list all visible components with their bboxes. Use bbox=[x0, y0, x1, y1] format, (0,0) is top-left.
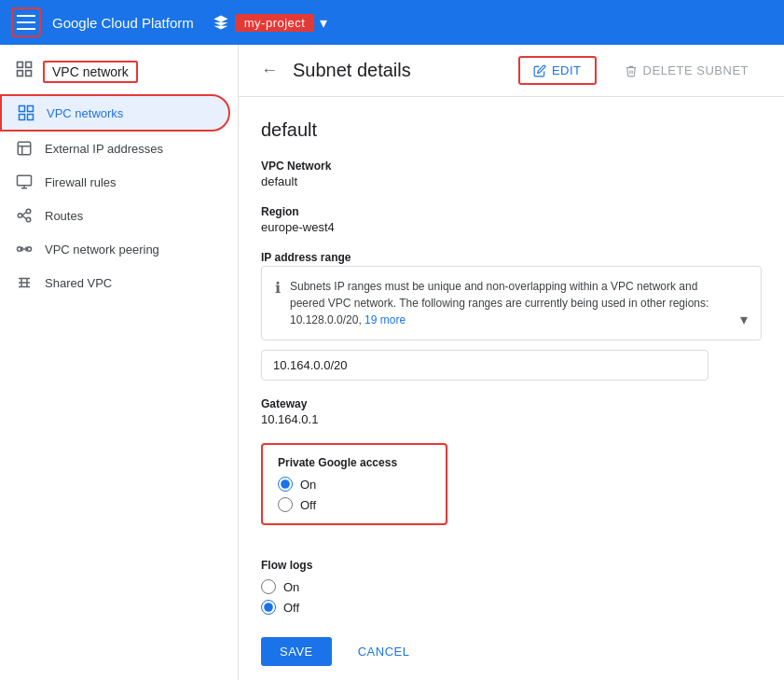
sidebar-item-routes[interactable]: Routes bbox=[0, 199, 230, 232]
edit-label: EDIT bbox=[552, 63, 582, 77]
svg-point-16 bbox=[26, 217, 31, 222]
region-label: Region bbox=[261, 205, 762, 218]
vpc-peering-icon bbox=[15, 240, 34, 258]
content-header: ← Subnet details EDIT DELETE SUBNET bbox=[239, 45, 784, 97]
project-selector[interactable]: my-project ▾ bbox=[213, 14, 328, 32]
info-icon: ℹ bbox=[275, 279, 281, 297]
ip-range-label: IP address range bbox=[261, 251, 762, 264]
content-body: default VPC Network default Region europ… bbox=[239, 97, 784, 680]
pga-radio-group: On Off bbox=[278, 477, 431, 512]
vpc-peering-label: VPC network peering bbox=[45, 243, 159, 257]
pga-off-radio[interactable] bbox=[278, 497, 293, 512]
field-region: Region europe-west4 bbox=[261, 205, 762, 234]
flow-logs-off-label: Off bbox=[283, 601, 299, 615]
gateway-label: Gateway bbox=[261, 397, 762, 410]
back-button[interactable]: ← bbox=[261, 61, 278, 80]
svg-line-18 bbox=[22, 215, 27, 219]
sidebar-item-vpc-networks[interactable]: VPC networks bbox=[0, 94, 230, 132]
vpc-network-label: VPC Network bbox=[261, 160, 762, 173]
svg-rect-4 bbox=[20, 106, 25, 112]
save-button[interactable]: Save bbox=[261, 637, 332, 666]
flow-logs-on-label: On bbox=[283, 580, 299, 594]
vpc-network-header-icon bbox=[15, 60, 34, 83]
top-bar: Google Cloud Platform my-project ▾ bbox=[0, 0, 784, 45]
flow-logs-on-option[interactable]: On bbox=[261, 579, 762, 594]
external-ip-icon bbox=[15, 139, 34, 158]
svg-rect-1 bbox=[26, 62, 32, 68]
app-logo: Google Cloud Platform bbox=[52, 15, 194, 31]
firewall-label: Firewall rules bbox=[45, 175, 117, 189]
pga-on-option[interactable]: On bbox=[278, 477, 431, 492]
field-ip-range: IP address range ℹ Subnets IP ranges mus… bbox=[261, 251, 762, 381]
svg-point-14 bbox=[18, 214, 22, 218]
flow-logs-on-radio[interactable] bbox=[261, 579, 276, 594]
routes-label: Routes bbox=[45, 209, 83, 223]
delete-icon bbox=[625, 64, 638, 77]
pga-off-label: Off bbox=[300, 498, 316, 512]
field-vpc-network: VPC Network default bbox=[261, 160, 762, 188]
region-value: europe-west4 bbox=[261, 220, 762, 234]
svg-rect-5 bbox=[28, 106, 34, 112]
edit-icon bbox=[533, 64, 546, 77]
delete-subnet-button[interactable]: DELETE SUBNET bbox=[612, 58, 762, 83]
sidebar-item-external-ip[interactable]: External IP addresses bbox=[0, 132, 230, 165]
ip-range-info-text: Subnets IP ranges must be unique and non… bbox=[290, 278, 731, 328]
ip-range-input[interactable] bbox=[261, 350, 708, 381]
svg-rect-6 bbox=[20, 115, 25, 120]
cancel-button[interactable]: Cancel bbox=[343, 637, 425, 666]
flow-logs-radio-group: On Off bbox=[261, 579, 762, 615]
sidebar-header: VPC network bbox=[0, 52, 238, 94]
flow-logs-title: Flow logs bbox=[261, 559, 762, 572]
shared-vpc-label: Shared VPC bbox=[45, 276, 112, 290]
content-area: ← Subnet details EDIT DELETE SUBNET defa… bbox=[239, 45, 784, 680]
external-ip-label: External IP addresses bbox=[45, 142, 163, 156]
ip-range-more-link[interactable]: 19 more bbox=[364, 313, 406, 326]
info-chevron-icon[interactable]: ▾ bbox=[740, 311, 748, 328]
sidebar-title: VPC network bbox=[43, 61, 138, 83]
delete-label: DELETE SUBNET bbox=[643, 63, 749, 77]
svg-rect-3 bbox=[26, 71, 32, 76]
sidebar: VPC network VPC networks External IP add… bbox=[0, 45, 239, 680]
sidebar-item-firewall[interactable]: Firewall rules bbox=[0, 165, 230, 199]
svg-line-17 bbox=[22, 212, 27, 215]
pga-on-label: On bbox=[300, 478, 316, 492]
svg-rect-11 bbox=[18, 175, 32, 186]
svg-rect-7 bbox=[28, 115, 34, 120]
firewall-icon bbox=[15, 173, 34, 191]
project-icon bbox=[213, 14, 229, 31]
ip-range-info-box: ℹ Subnets IP ranges must be unique and n… bbox=[261, 266, 762, 340]
pga-on-radio[interactable] bbox=[278, 477, 293, 492]
flow-logs-off-radio[interactable] bbox=[261, 600, 276, 615]
pga-off-option[interactable]: Off bbox=[278, 497, 431, 512]
gateway-value: 10.164.0.1 bbox=[261, 412, 762, 426]
field-flow-logs: Flow logs On Off bbox=[261, 559, 762, 615]
menu-button[interactable] bbox=[11, 7, 41, 37]
vpc-network-value: default bbox=[261, 174, 762, 188]
pga-title: Private Google access bbox=[278, 456, 431, 469]
pga-box: Private Google access On Off bbox=[261, 443, 447, 525]
svg-rect-8 bbox=[18, 142, 31, 155]
action-buttons: Save Cancel bbox=[261, 637, 762, 666]
edit-button[interactable]: EDIT bbox=[518, 56, 597, 85]
page-title: Subnet details bbox=[293, 60, 503, 81]
vpc-networks-icon bbox=[17, 104, 35, 122]
sidebar-item-vpc-peering[interactable]: VPC network peering bbox=[0, 232, 230, 266]
subnet-name: default bbox=[261, 119, 762, 141]
sidebar-item-shared-vpc[interactable]: Shared VPC bbox=[0, 266, 230, 299]
routes-icon bbox=[15, 206, 34, 225]
vpc-networks-label: VPC networks bbox=[47, 106, 123, 120]
flow-logs-off-option[interactable]: Off bbox=[261, 600, 762, 615]
svg-rect-0 bbox=[18, 62, 23, 68]
field-pga: Private Google access On Off bbox=[261, 443, 762, 542]
svg-rect-2 bbox=[18, 71, 23, 76]
svg-point-15 bbox=[26, 209, 31, 214]
project-name[interactable]: my-project bbox=[235, 14, 315, 32]
shared-vpc-icon bbox=[15, 273, 34, 292]
chevron-down-icon[interactable]: ▾ bbox=[320, 14, 327, 32]
main-layout: VPC network VPC networks External IP add… bbox=[0, 45, 784, 680]
field-gateway: Gateway 10.164.0.1 bbox=[261, 397, 762, 426]
